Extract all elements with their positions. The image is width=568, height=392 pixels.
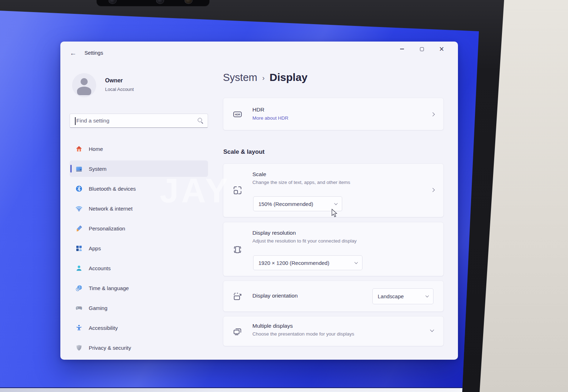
sidebar-item-apps[interactable]: Apps: [70, 240, 208, 256]
chevron-right-icon: [431, 188, 435, 192]
breadcrumb-separator-icon: ›: [262, 74, 265, 82]
sidebar-item-time-language[interactable]: Time & language: [70, 280, 208, 296]
orientation-card[interactable]: Display orientation Landscape: [223, 281, 444, 312]
scale-description: Change the size of text, apps, and other…: [252, 180, 350, 185]
taskbar[interactable]: [0, 387, 479, 392]
scale-dropdown[interactable]: 150% (Recommended): [253, 196, 342, 211]
account-type: Local Account: [105, 87, 134, 92]
avatar-person-icon: [81, 78, 88, 85]
page-title: Display: [269, 71, 307, 83]
sidebar-item-personalization[interactable]: Personalization: [70, 220, 208, 236]
sidebar-item-label: Bluetooth & devices: [89, 186, 136, 192]
privacy-security-icon: [75, 344, 83, 352]
webcam-lens-icon: [109, 0, 116, 4]
sidebar-item-system[interactable]: System: [70, 160, 208, 177]
account-name: Owner: [105, 77, 123, 84]
sidebar-item-label: Accounts: [89, 265, 111, 271]
close-button[interactable]: ×: [432, 44, 452, 54]
window-controls: ×: [392, 44, 452, 54]
resolution-title: Display resolution: [252, 230, 296, 236]
webcam-lens-icon: [156, 0, 164, 4]
resolution-description: Adjust the resolution to fit your connec…: [252, 238, 356, 244]
window-title: Settings: [84, 50, 103, 56]
sidebar: HomeSystemBluetooth & devicesNetwork & i…: [70, 141, 208, 359]
webcam-module: [97, 0, 209, 6]
sidebar-item-label: Privacy & security: [89, 345, 131, 351]
multiple-displays-description: Choose the presentation mode for your di…: [252, 331, 354, 337]
scale-value: 150% (Recommended): [258, 201, 313, 207]
text-caret: [75, 117, 76, 125]
accounts-icon: [75, 265, 83, 272]
display-resolution-icon: [233, 245, 242, 255]
sidebar-item-gaming[interactable]: Gaming: [70, 300, 208, 316]
time-language-icon: [75, 284, 83, 292]
resolution-value: 1920 × 1200 (Recommended): [258, 260, 329, 266]
sidebar-item-label: Time & language: [89, 285, 129, 291]
hdr-more-link[interactable]: More about HDR: [252, 115, 288, 121]
chevron-down-icon: [430, 328, 434, 332]
sidebar-item-accessibility[interactable]: Accessibility: [70, 320, 208, 336]
minimize-button[interactable]: [392, 44, 412, 54]
orientation-title: Display orientation: [252, 293, 298, 299]
system-icon: [75, 165, 83, 173]
hdr-icon: HDR: [233, 109, 242, 119]
avatar: [72, 73, 96, 97]
sidebar-item-label: Network & internet: [89, 206, 132, 212]
hdr-card[interactable]: HDR HDR More about HDR: [223, 98, 444, 130]
sidebar-item-bluetooth-devices[interactable]: Bluetooth & devices: [70, 180, 208, 197]
sidebar-item-label: Home: [89, 146, 103, 152]
resolution-card[interactable]: Display resolution Adjust the resolution…: [223, 222, 444, 276]
chevron-right-icon: [431, 112, 435, 116]
personalization-icon: [75, 225, 83, 232]
avatar-person-icon: [77, 87, 91, 95]
orientation-dropdown[interactable]: Landscape: [372, 288, 433, 304]
resolution-dropdown[interactable]: 1920 × 1200 (Recommended): [253, 255, 362, 270]
sidebar-item-label: Gaming: [89, 305, 108, 311]
multiple-displays-icon: [233, 326, 242, 336]
apps-icon: [75, 245, 83, 252]
webcam-lens-icon: [185, 0, 192, 4]
bluetooth-icon: [75, 185, 83, 192]
network-icon: [75, 205, 83, 212]
multiple-displays-card[interactable]: Multiple displays Choose the presentatio…: [223, 316, 444, 346]
chevron-down-icon: [425, 294, 428, 297]
gaming-icon: [75, 304, 83, 312]
back-button[interactable]: ←: [68, 49, 78, 58]
maximize-icon: [420, 47, 424, 51]
close-icon: ×: [439, 45, 444, 53]
hdr-title: HDR: [252, 107, 264, 113]
section-heading: Scale & layout: [223, 148, 264, 156]
search-box: [70, 114, 208, 128]
scale-title: Scale: [252, 171, 266, 178]
sidebar-item-accounts[interactable]: Accounts: [70, 260, 208, 276]
search-input[interactable]: [76, 114, 193, 127]
sidebar-item-network-internet[interactable]: Network & internet: [70, 200, 208, 217]
sidebar-item-label: System: [89, 166, 106, 172]
sidebar-item-label: Personalization: [89, 225, 125, 232]
breadcrumb-section[interactable]: System: [223, 72, 257, 83]
orientation-value: Landscape: [378, 293, 404, 299]
chevron-down-icon: [354, 260, 357, 263]
multiple-displays-title: Multiple displays: [252, 323, 293, 329]
maximize-button[interactable]: [412, 44, 432, 54]
breadcrumb: System › Display: [223, 71, 307, 83]
scale-icon: [233, 185, 242, 195]
settings-window: ← Settings × Owner Local Account HomeSys…: [60, 42, 458, 360]
accessibility-icon: [75, 324, 83, 332]
chevron-down-icon: [334, 201, 337, 205]
sidebar-item-privacy-security[interactable]: Privacy & security: [70, 339, 208, 356]
sidebar-item-home[interactable]: Home: [70, 141, 208, 157]
display-orientation-icon: [233, 292, 242, 301]
svg-text:HDR: HDR: [235, 113, 240, 116]
sidebar-item-label: Accessibility: [89, 325, 118, 331]
scale-card[interactable]: Scale Change the size of text, apps, and…: [223, 163, 444, 217]
minimize-icon: [400, 49, 404, 49]
search-icon: [198, 118, 202, 122]
sidebar-item-label: Apps: [89, 245, 101, 251]
home-icon: [75, 145, 83, 153]
